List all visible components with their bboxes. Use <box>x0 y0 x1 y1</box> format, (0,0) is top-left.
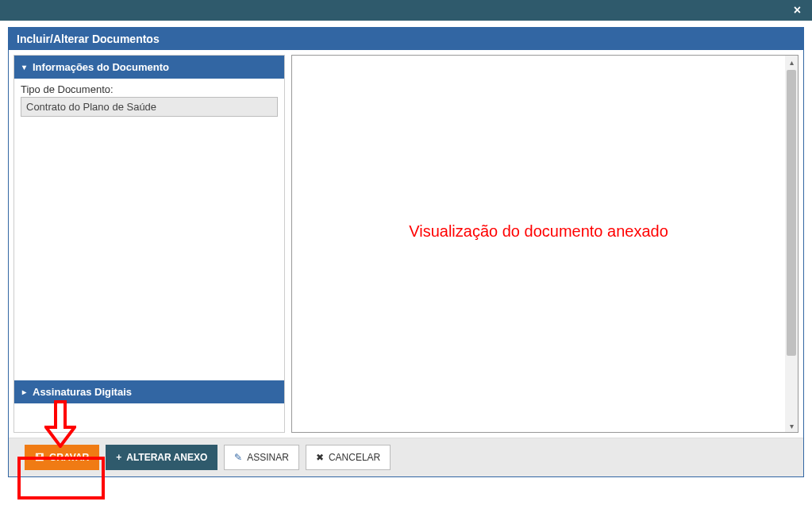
cancel-button[interactable]: ✖ CANCELAR <box>306 445 391 470</box>
modal-window: Incluir/Alterar Documentos ▾ Informações… <box>8 27 804 477</box>
document-preview-area: Visualização do documento anexado <box>292 56 785 432</box>
info-section-spacer <box>14 122 284 380</box>
save-icon: 🖫 <box>35 452 44 463</box>
doc-type-field[interactable] <box>21 97 278 117</box>
close-icon[interactable]: × <box>794 3 801 17</box>
doc-type-label: Tipo de Documento: <box>21 83 278 95</box>
modal-title: Incluir/Alterar Documentos <box>9 28 803 50</box>
save-button[interactable]: 🖫 GRAVAR <box>25 445 99 470</box>
plus-icon: + <box>116 452 121 463</box>
left-panel: ▾ Informações do Documento Tipo de Docum… <box>13 55 285 433</box>
outer-header-bar: × <box>0 0 812 21</box>
sign-button[interactable]: ✎ ASSINAR <box>224 445 299 470</box>
preview-scrollbar[interactable]: ▴ ▾ <box>785 56 798 432</box>
scroll-up-icon[interactable]: ▴ <box>785 56 798 68</box>
preview-placeholder-text: Visualização do documento anexado <box>409 222 668 241</box>
action-bar: 🖫 GRAVAR + ALTERAR ANEXO ✎ ASSINAR ✖ CAN… <box>9 438 803 476</box>
cancel-icon: ✖ <box>316 452 324 463</box>
modal-body: ▾ Informações do Documento Tipo de Docum… <box>9 50 803 438</box>
info-section-header[interactable]: ▾ Informações do Documento <box>14 56 284 79</box>
scroll-down-icon[interactable]: ▾ <box>785 419 798 432</box>
save-button-label: GRAVAR <box>49 452 89 463</box>
preview-panel: Visualização do documento anexado ▴ ▾ <box>291 55 799 433</box>
pencil-icon: ✎ <box>234 452 242 463</box>
chevron-right-icon: ▸ <box>22 388 26 396</box>
chevron-down-icon: ▾ <box>22 63 26 71</box>
cancel-button-label: CANCELAR <box>329 452 380 463</box>
info-section-body: Tipo de Documento: <box>14 79 284 122</box>
sign-button-label: ASSINAR <box>247 452 289 463</box>
scroll-thumb[interactable] <box>787 70 796 356</box>
change-attachment-button[interactable]: + ALTERAR ANEXO <box>106 445 217 470</box>
signatures-spacer <box>14 403 284 432</box>
signatures-section-header[interactable]: ▸ Assinaturas Digitais <box>14 380 284 403</box>
info-section-title: Informações do Documento <box>33 61 169 73</box>
change-attachment-label: ALTERAR ANEXO <box>126 452 207 463</box>
signatures-section-title: Assinaturas Digitais <box>33 386 132 398</box>
